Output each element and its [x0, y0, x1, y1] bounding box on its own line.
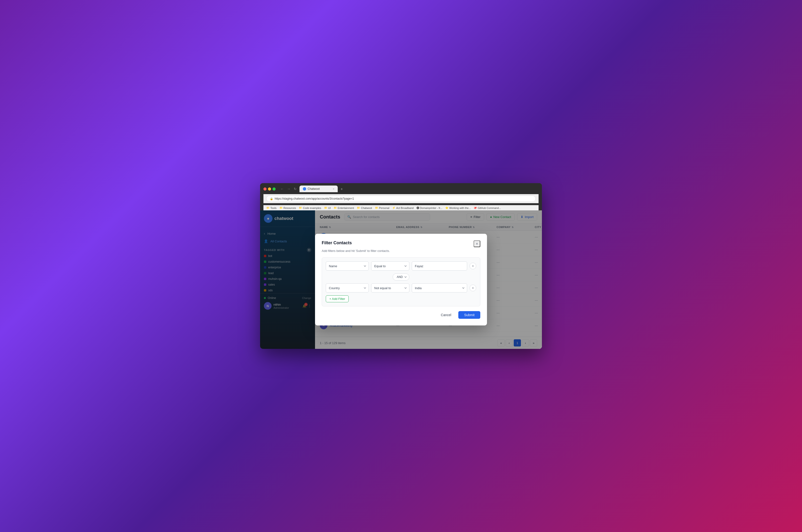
bookmark-act[interactable]: ⚡Act Broadband	[392, 206, 414, 209]
modal-title: Filter Contacts	[322, 241, 352, 245]
bookmark-code[interactable]: 📁Code examples	[299, 206, 321, 209]
filter2-operator-select[interactable]: Equal to Not equal to Contains Does not …	[371, 283, 409, 292]
bookmark-chatwoot[interactable]: 📁Chatwoot	[357, 206, 372, 209]
bookmark-working[interactable]: ⭐Working with the...	[445, 206, 471, 209]
bookmark-github[interactable]: 🐙GitHub Command...	[474, 206, 501, 209]
submit-button[interactable]: Submit	[458, 311, 480, 319]
filter-modal: Filter Contacts × Add filters below and …	[315, 234, 487, 325]
active-browser-tab[interactable]: Chatwoot ×	[300, 186, 338, 192]
modal-footer: Cancel Submit	[322, 311, 480, 319]
bookmark-ui[interactable]: 📁UI	[324, 206, 331, 209]
bookmark-personal[interactable]: 📁Personal	[375, 206, 389, 209]
filter2-clear-button[interactable]: ×	[470, 285, 476, 291]
filter1-field-select[interactable]: Name Email Phone Company City Country	[326, 262, 369, 270]
modal-overlay[interactable]: Filter Contacts × Add filters below and …	[315, 210, 542, 349]
app-layout: ● chatwoot ‹ Home 👤 All Contacts Tagged …	[260, 210, 542, 349]
filter-row-1: Name Email Phone Company City Country Eq…	[326, 262, 476, 270]
maximize-button[interactable]	[272, 187, 275, 191]
filter1-clear-button[interactable]: ×	[470, 263, 476, 269]
modal-subtitle: Add filters below and hit 'Submit' to fi…	[322, 249, 480, 253]
filter-connector: AND OR	[326, 273, 476, 281]
nav-forward-button[interactable]: →	[286, 187, 291, 191]
filter1-value-input[interactable]	[412, 262, 467, 270]
cancel-button[interactable]: Cancel	[436, 311, 456, 319]
modal-header: Filter Contacts ×	[322, 241, 480, 247]
main-content: Contacts 🔍 Search for contacts ≡ Filter …	[315, 210, 542, 349]
filter-section: Name Email Phone Company City Country Eq…	[322, 258, 480, 306]
bookmark-resources[interactable]: 📁Resources	[280, 206, 296, 209]
new-tab-button[interactable]: +	[339, 186, 345, 192]
connector-select[interactable]: AND OR	[393, 273, 409, 281]
modal-close-button[interactable]: ×	[474, 241, 480, 247]
tab-close-button[interactable]: ×	[333, 187, 335, 190]
filter2-field-select[interactable]: Name Email Phone Company City Country	[326, 283, 369, 292]
nav-refresh-button[interactable]: ↻	[293, 187, 298, 191]
close-button[interactable]	[264, 187, 267, 191]
filter-row-2: Name Email Phone Company City Country Eq…	[326, 283, 476, 292]
tab-favicon	[303, 187, 306, 191]
filter1-operator-select[interactable]: Equal to Not equal to Contains Does not …	[371, 262, 409, 270]
minimize-button[interactable]	[268, 187, 271, 191]
bookmarks-bar: 📁Tools 📁Resources 📁Code examples 📁UI 📁En…	[264, 205, 538, 210]
filter2-value-select[interactable]: India United States United Kingdom Canad…	[412, 283, 467, 292]
add-filter-button[interactable]: + Add Filter	[326, 296, 349, 302]
nav-back-button[interactable]: ←	[280, 187, 285, 191]
tab-title: Chatwoot	[308, 187, 320, 191]
url-text: https://staging.chatwoot.com/app/account…	[275, 197, 354, 200]
address-bar[interactable]: 🔒 https://staging.chatwoot.com/app/accou…	[266, 195, 536, 202]
lock-icon: 🔒	[270, 197, 273, 200]
bookmark-entertainment[interactable]: 📁Entertainment	[333, 206, 354, 209]
bookmark-domain[interactable]: 🅓Domainprinter - fr...	[417, 206, 442, 209]
bookmark-tools[interactable]: 📁Tools	[266, 206, 276, 209]
